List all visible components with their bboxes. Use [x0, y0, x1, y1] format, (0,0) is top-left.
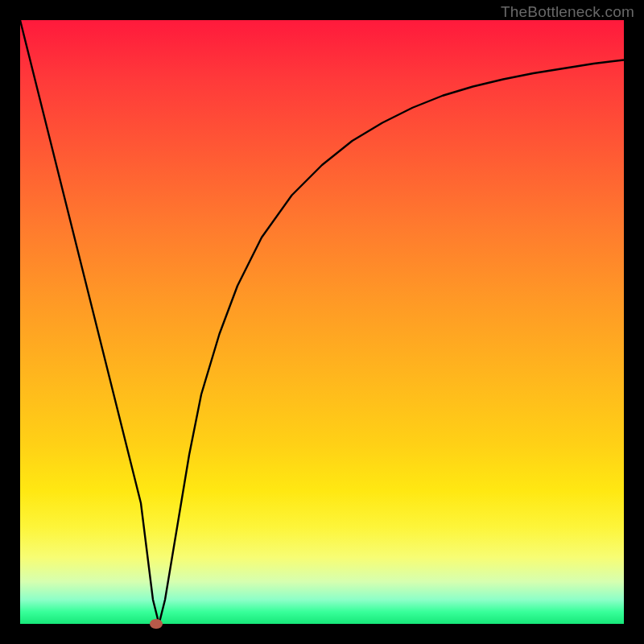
chart-frame: TheBottleneck.com [0, 0, 644, 644]
curve-layer [20, 20, 624, 624]
minimum-marker [150, 619, 163, 629]
bottleneck-curve [20, 20, 624, 624]
watermark-text: TheBottleneck.com [501, 3, 634, 21]
plot-area [20, 20, 624, 624]
